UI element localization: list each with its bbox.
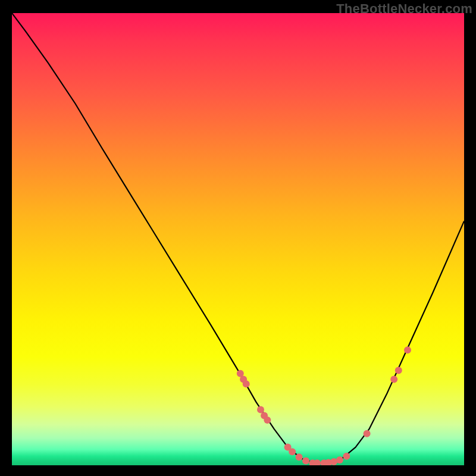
scatter-point	[395, 367, 402, 374]
chart-frame	[12, 13, 464, 465]
scatter-point	[364, 430, 371, 437]
chart-svg	[12, 13, 464, 465]
scatter-point	[302, 457, 309, 464]
bottleneck-curve-path	[12, 13, 464, 463]
scatter-point	[264, 416, 271, 424]
scatter-point	[336, 456, 343, 464]
scatter-point	[257, 406, 264, 414]
watermark-text: TheBottleNecker.com	[336, 1, 472, 17]
scatter-points	[237, 346, 411, 465]
scatter-point	[343, 453, 350, 460]
scatter-point	[289, 448, 296, 455]
scatter-point	[243, 380, 250, 387]
plot-area	[12, 13, 464, 465]
bottleneck-curve	[12, 13, 464, 463]
scatter-point	[296, 453, 303, 461]
scatter-point	[390, 376, 397, 383]
scatter-point	[404, 346, 411, 353]
